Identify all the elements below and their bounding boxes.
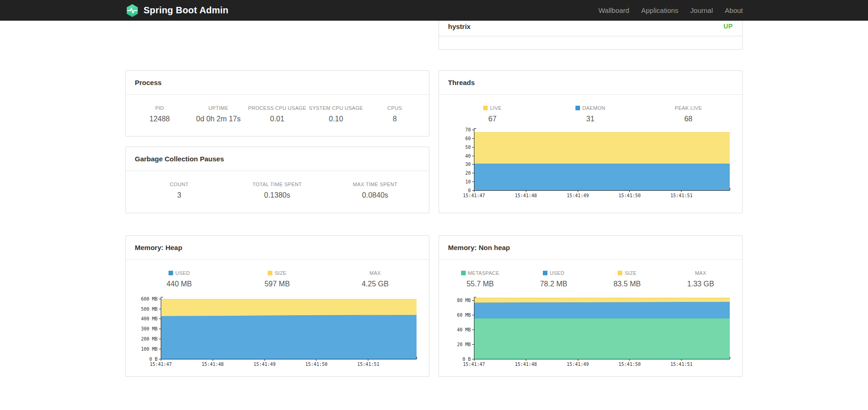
legend-label-text: SIZE (625, 270, 637, 276)
legend-label: DAEMON (541, 105, 639, 111)
legend-value: 4.25 GB (326, 279, 424, 289)
svg-text:15:41:47: 15:41:47 (149, 362, 171, 367)
svg-text:300 MB: 300 MB (141, 326, 157, 331)
brand[interactable]: Spring Boot Admin (125, 4, 229, 17)
legend-item-used: USED 440 MB (130, 270, 228, 289)
metric-value: 0.10 (307, 114, 366, 124)
metric-label: TOTAL TIME SPENT (228, 181, 326, 188)
legend-label-text: DAEMON (582, 105, 605, 111)
legend-value: 440 MB (130, 279, 228, 289)
svg-text:30: 30 (465, 162, 470, 167)
metric-label: UPTIME (189, 105, 248, 111)
svg-text:40: 40 (465, 154, 470, 159)
legend-label-text: LIVE (490, 105, 502, 111)
svg-text:100 MB: 100 MB (141, 347, 157, 352)
threads-panel: Threads LIVE 67 DAEMON 31 (439, 70, 743, 213)
metric-pid: PID 12488 (130, 105, 189, 124)
applications-status-panel: hystrix UP (439, 16, 743, 50)
nonheap-legend-row: METASPACE 55.7 MB USED 78.2 MB SIZE (439, 260, 742, 289)
svg-text:15:41:51: 15:41:51 (357, 362, 379, 367)
legend-item-size: SIZE 597 MB (228, 270, 326, 289)
svg-text:15:41:48: 15:41:48 (514, 193, 536, 198)
legend-item-live: LIVE 67 (444, 105, 541, 124)
nav-links: Wallboard Applications Journal About (598, 6, 743, 14)
legend-label: MAX (326, 270, 424, 276)
nav-link-wallboard[interactable]: Wallboard (598, 6, 629, 14)
metric-gc-max-time: MAX TIME SPENT 0.0840s (326, 181, 424, 200)
nav-link-about[interactable]: About (725, 6, 743, 14)
metric-system-cpu-usage: SYSTEM CPU USAGE 0.10 (307, 105, 366, 124)
svg-text:80 MB: 80 MB (457, 298, 470, 303)
svg-text:50: 50 (465, 145, 470, 150)
navbar: Spring Boot Admin Wallboard Applications… (0, 0, 868, 21)
memory-nonheap-panel-title: Memory: Non heap (439, 236, 742, 260)
legend-label: USED (517, 270, 591, 276)
svg-text:200 MB: 200 MB (141, 336, 157, 342)
svg-text:0 B: 0 B (149, 357, 157, 362)
legend-swatch-blue (543, 271, 547, 275)
legend-value: 31 (541, 114, 639, 124)
metric-value: 0d 0h 2m 17s (189, 114, 248, 124)
legend-label: USED (130, 270, 228, 276)
application-name[interactable]: hystrix (448, 23, 471, 30)
svg-text:500 MB: 500 MB (141, 307, 157, 312)
threads-panel-title: Threads (439, 71, 742, 95)
legend-label-text: MAX (695, 270, 706, 276)
metric-value: 8 (366, 114, 424, 124)
svg-text:0 B: 0 B (462, 357, 470, 362)
svg-text:20 MB: 20 MB (457, 342, 470, 347)
gc-metrics-row: COUNT 3 TOTAL TIME SPENT 0.1380s MAX TIM… (126, 171, 429, 200)
metric-gc-total-time: TOTAL TIME SPENT 0.1380s (228, 181, 326, 200)
svg-text:15:41:47: 15:41:47 (462, 362, 485, 367)
svg-text:400 MB: 400 MB (141, 316, 157, 321)
nav-link-applications[interactable]: Applications (641, 6, 678, 14)
metric-gc-count: COUNT 3 (130, 181, 228, 200)
nav-link-journal[interactable]: Journal (690, 6, 713, 14)
legend-value: 67 (444, 114, 541, 124)
legend-label-text: MAX (369, 270, 381, 276)
legend-item-metaspace: METASPACE 55.7 MB (444, 270, 517, 289)
memory-nonheap-panel: Memory: Non heap METASPACE 55.7 MB USED … (439, 235, 743, 377)
metric-value: 0.1380s (228, 191, 326, 200)
svg-text:15:41:48: 15:41:48 (201, 362, 223, 367)
threads-legend-row: LIVE 67 DAEMON 31 PEAK LIVE 68 (439, 95, 742, 124)
process-metrics-row: PID 12488 UPTIME 0d 0h 2m 17s PROCESS CP… (126, 95, 429, 124)
svg-text:70: 70 (465, 127, 470, 132)
svg-text:10: 10 (465, 179, 470, 184)
legend-label: SIZE (591, 270, 664, 276)
metric-label: COUNT (130, 181, 228, 188)
metric-value: 12488 (130, 114, 189, 124)
metric-label: MAX TIME SPENT (326, 181, 424, 188)
svg-text:15:41:50: 15:41:50 (305, 362, 327, 367)
metric-value: 3 (130, 191, 228, 200)
svg-text:20: 20 (465, 171, 470, 176)
process-panel: Process PID 12488 UPTIME 0d 0h 2m 17s PR… (125, 70, 429, 137)
brand-title: Spring Boot Admin (144, 5, 229, 16)
svg-text:60: 60 (465, 136, 470, 141)
process-panel-title: Process (126, 71, 429, 95)
status-badge: UP (723, 23, 733, 30)
threads-chart: 01020304050607015:41:4715:41:4815:41:491… (445, 125, 742, 202)
legend-item-size: SIZE 83.5 MB (591, 270, 664, 289)
legend-label-text: USED (550, 270, 564, 276)
svg-text:15:41:49: 15:41:49 (566, 362, 588, 367)
svg-text:15:41:49: 15:41:49 (253, 362, 275, 367)
legend-label-text: METASPACE (468, 270, 500, 276)
legend-label: PEAK LIVE (639, 105, 737, 111)
memory-heap-panel-title: Memory: Heap (126, 236, 429, 260)
svg-text:15:41:51: 15:41:51 (670, 193, 692, 198)
legend-swatch-yellow (618, 271, 622, 275)
legend-item-max: MAX 4.25 GB (326, 270, 424, 289)
legend-value: 68 (639, 114, 737, 124)
memory-heap-panel: Memory: Heap USED 440 MB SIZE 597 MB (125, 235, 429, 377)
legend-value: 55.7 MB (444, 279, 517, 289)
legend-label: LIVE (444, 105, 541, 111)
svg-text:60 MB: 60 MB (457, 313, 470, 318)
svg-text:15:41:49: 15:41:49 (566, 193, 588, 198)
main-content: Process PID 12488 UPTIME 0d 0h 2m 17s PR… (125, 0, 743, 377)
svg-text:15:41:51: 15:41:51 (670, 362, 692, 367)
legend-label-text: PEAK LIVE (675, 105, 702, 111)
legend-label-text: USED (175, 270, 190, 276)
legend-item-used: USED 78.2 MB (517, 270, 591, 289)
legend-label: METASPACE (444, 270, 517, 276)
